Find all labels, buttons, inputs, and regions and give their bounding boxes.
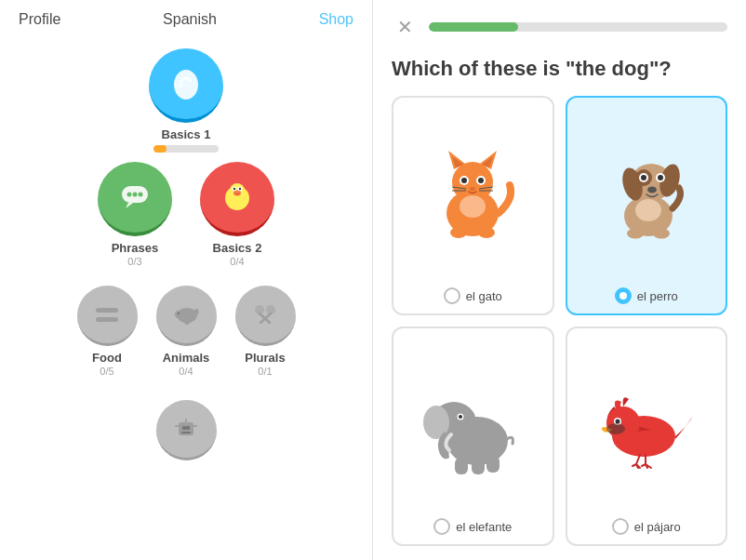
answer-gato[interactable]: el gato <box>392 96 554 315</box>
animals-progress: 0/4 <box>179 366 193 377</box>
right-header: ✕ <box>392 14 727 40</box>
svg-rect-14 <box>96 308 118 313</box>
profile-button[interactable]: Profile <box>19 11 60 28</box>
animals-circle[interactable] <box>156 286 217 346</box>
svg-rect-25 <box>182 426 186 430</box>
cat-image <box>403 107 543 282</box>
perro-label-row: el perro <box>615 287 678 304</box>
lesson-plurals: Plurals 0/1 <box>235 286 296 377</box>
answer-pajaro[interactable]: el pájaro <box>566 327 728 546</box>
elephant-image <box>403 338 543 513</box>
pajaro-radio[interactable] <box>612 518 629 535</box>
svg-point-57 <box>658 175 663 180</box>
phrases-label: Phrases <box>112 241 159 255</box>
svg-point-21 <box>195 305 197 307</box>
robot-icon <box>170 413 202 445</box>
svg-rect-26 <box>186 426 190 430</box>
course-tree: Basics 1 Phrases 0/3 <box>0 39 372 488</box>
svg-rect-28 <box>185 419 187 422</box>
elephant-svg <box>421 374 524 476</box>
food-label: Food <box>92 351 122 365</box>
svg-point-59 <box>647 187 657 193</box>
svg-point-6 <box>139 193 143 197</box>
svg-point-12 <box>239 188 241 190</box>
svg-point-75 <box>606 423 625 434</box>
left-panel: Profile Spanish Shop Basics 1 <box>0 0 373 560</box>
lesson-food: Food 0/5 <box>77 286 138 377</box>
svg-point-40 <box>478 178 484 183</box>
answer-elefante[interactable]: el elefante <box>392 327 554 546</box>
svg-point-61 <box>627 229 644 239</box>
scissors-icon <box>249 299 281 330</box>
svg-rect-15 <box>98 313 116 316</box>
basics2-circle[interactable] <box>200 162 274 236</box>
gato-radio[interactable] <box>444 287 460 304</box>
svg-point-74 <box>615 420 619 424</box>
bird-svg <box>595 379 698 472</box>
row-phrases-basics2: Phrases 0/3 <box>98 162 274 276</box>
food-circle[interactable] <box>77 286 138 346</box>
svg-rect-16 <box>96 317 118 322</box>
close-button[interactable]: ✕ <box>392 14 418 40</box>
dog-image <box>577 107 717 282</box>
gato-label-row: el gato <box>444 287 502 304</box>
svg-point-19 <box>178 313 180 314</box>
svg-rect-70 <box>486 456 500 473</box>
svg-point-1 <box>178 82 183 88</box>
answer-perro[interactable]: el perro <box>566 96 728 315</box>
phrases-progress: 0/3 <box>127 256 141 267</box>
svg-point-46 <box>460 195 486 218</box>
pajaro-label-row: el pájaro <box>612 518 681 535</box>
svg-marker-3 <box>126 203 133 208</box>
elefante-radio[interactable] <box>433 518 450 535</box>
pajaro-text: el pájaro <box>634 520 681 534</box>
cat-svg <box>426 143 519 246</box>
lesson-animals: Animals 0/4 <box>156 286 217 377</box>
gato-text: el gato <box>466 289 502 303</box>
svg-rect-68 <box>455 458 468 474</box>
language-title: Spanish <box>163 11 217 28</box>
progress-bar <box>429 22 727 32</box>
svg-point-4 <box>127 193 132 197</box>
animals-label: Animals <box>163 351 210 365</box>
extra1-circle[interactable] <box>156 400 217 460</box>
lesson-basics1: Basics 1 <box>149 48 223 153</box>
shop-button[interactable]: Shop <box>319 11 353 28</box>
bird-image <box>577 338 717 513</box>
basics2-label: Basics 2 <box>213 241 262 255</box>
basics1-xp-fill <box>153 145 167 153</box>
right-panel: ✕ Which of these is "the dog"? <box>373 0 746 560</box>
svg-point-10 <box>233 188 235 190</box>
basics2-progress: 0/4 <box>230 256 244 267</box>
dog-svg <box>600 143 693 246</box>
food-progress: 0/5 <box>100 366 113 377</box>
whale-icon <box>170 299 202 330</box>
plurals-circle[interactable] <box>235 286 296 346</box>
lesson-basics2: Basics 2 0/4 <box>200 162 274 267</box>
basics1-label: Basics 1 <box>162 127 211 141</box>
basics1-circle[interactable] <box>149 48 223 123</box>
svg-rect-30 <box>193 425 197 427</box>
svg-point-13 <box>233 191 241 196</box>
svg-point-62 <box>653 229 670 239</box>
perro-radio[interactable] <box>615 287 632 304</box>
basics1-xp-bar <box>153 145 219 153</box>
plurals-label: Plurals <box>245 351 285 365</box>
svg-point-39 <box>461 178 467 183</box>
svg-point-47 <box>450 227 467 238</box>
lesson-phrases: Phrases 0/3 <box>98 162 172 267</box>
perro-radio-inner <box>619 292 627 300</box>
perro-text: el perro <box>637 289 678 303</box>
row-food-animals-plurals: Food 0/5 Ani <box>77 286 296 386</box>
elefante-text: el elefante <box>456 520 512 534</box>
svg-point-0 <box>174 70 198 100</box>
svg-point-60 <box>635 199 661 221</box>
row-extra <box>156 400 217 470</box>
chick-icon <box>218 178 257 217</box>
phrases-circle[interactable] <box>98 162 172 236</box>
svg-point-48 <box>478 227 495 238</box>
svg-point-67 <box>459 415 462 419</box>
left-header: Profile Spanish Shop <box>0 0 372 39</box>
svg-point-72 <box>606 407 640 440</box>
chat-icon <box>116 179 153 216</box>
